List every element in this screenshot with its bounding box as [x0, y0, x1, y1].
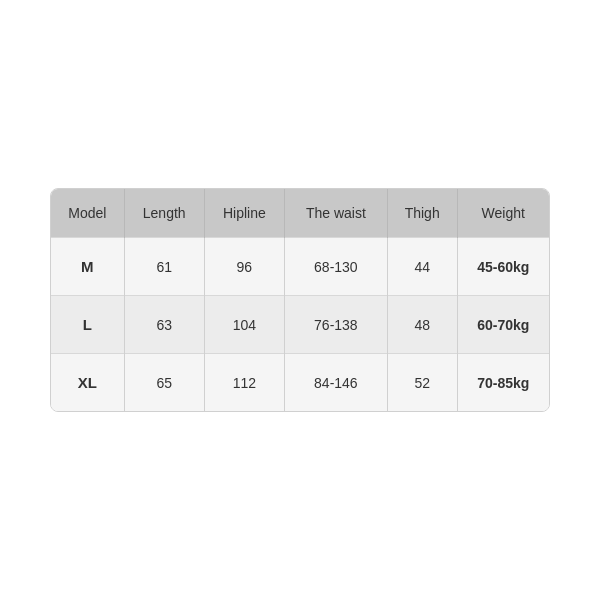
size-chart-table: Model Length Hipline The waist Thigh Wei… — [51, 189, 549, 411]
cell-hipline: 112 — [204, 354, 284, 412]
cell-length: 63 — [124, 296, 204, 354]
table-header-row: Model Length Hipline The waist Thigh Wei… — [51, 189, 549, 238]
cell-waist: 76-138 — [284, 296, 387, 354]
cell-length: 61 — [124, 238, 204, 296]
header-model: Model — [51, 189, 124, 238]
header-waist: The waist — [284, 189, 387, 238]
cell-model: XL — [51, 354, 124, 412]
header-weight: Weight — [457, 189, 549, 238]
cell-weight: 70-85kg — [457, 354, 549, 412]
table-row: XL6511284-1465270-85kg — [51, 354, 549, 412]
cell-thigh: 48 — [387, 296, 457, 354]
cell-weight: 60-70kg — [457, 296, 549, 354]
cell-thigh: 52 — [387, 354, 457, 412]
cell-model: M — [51, 238, 124, 296]
cell-weight: 45-60kg — [457, 238, 549, 296]
cell-length: 65 — [124, 354, 204, 412]
cell-thigh: 44 — [387, 238, 457, 296]
cell-waist: 84-146 — [284, 354, 387, 412]
cell-hipline: 96 — [204, 238, 284, 296]
cell-waist: 68-130 — [284, 238, 387, 296]
table-row: L6310476-1384860-70kg — [51, 296, 549, 354]
header-hipline: Hipline — [204, 189, 284, 238]
cell-hipline: 104 — [204, 296, 284, 354]
size-chart-table-wrapper: Model Length Hipline The waist Thigh Wei… — [50, 188, 550, 412]
table-row: M619668-1304445-60kg — [51, 238, 549, 296]
header-length: Length — [124, 189, 204, 238]
cell-model: L — [51, 296, 124, 354]
header-thigh: Thigh — [387, 189, 457, 238]
